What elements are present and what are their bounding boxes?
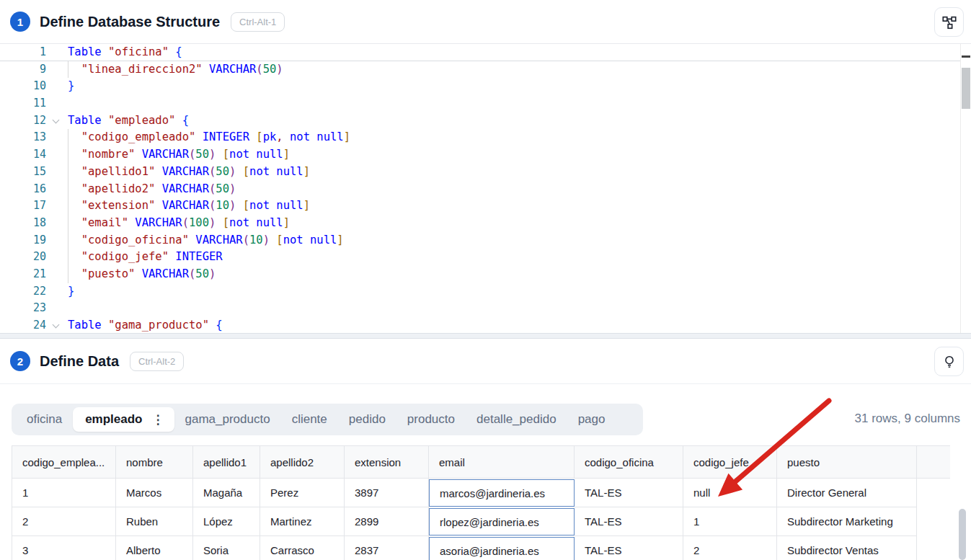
table-cell[interactable]: Carrasco	[260, 536, 345, 560]
hint-lightbulb-button[interactable]	[934, 347, 964, 376]
table-cell[interactable]: Director General	[777, 479, 917, 507]
kebab-menu-icon[interactable]: ⋮	[151, 414, 166, 426]
tab-label: empleado	[85, 412, 142, 427]
table-header-row: codigo_emplea...nombreapellido1apellido2…	[12, 445, 950, 479]
fold-gutter	[46, 129, 65, 146]
table-cell[interactable]: Martinez	[260, 507, 345, 536]
code-text: }	[65, 283, 74, 301]
tab-label: pedido	[349, 412, 386, 427]
header-spacer	[917, 445, 950, 479]
editor-line[interactable]: 16 "apellido2" VARCHAR(50)	[0, 181, 971, 198]
fold-gutter	[46, 283, 65, 301]
tab-label: gama_producto	[185, 412, 270, 427]
column-header[interactable]: extension	[345, 445, 429, 479]
table-cell[interactable]: 2	[683, 536, 777, 560]
page-title: Define Database Structure	[40, 14, 220, 30]
table-cell[interactable]: Perez	[260, 479, 345, 507]
fold-chevron-icon[interactable]	[46, 112, 65, 130]
overview-ruler-mark	[962, 55, 970, 58]
table-cell[interactable]: 1	[12, 479, 116, 507]
table-cell[interactable]: 1	[683, 507, 777, 536]
line-number: 20	[0, 249, 46, 266]
tab-gama_producto[interactable]: gama_producto	[174, 407, 281, 432]
table-cell-email-highlighted[interactable]: marcos@jardineria.es	[429, 479, 575, 507]
code-editor[interactable]: 1Table "oficina" {9 "linea_direccion2" V…	[0, 44, 971, 333]
tab-oficina[interactable]: oficina	[16, 407, 73, 432]
tab-pago[interactable]: pago	[567, 407, 616, 432]
table-cell[interactable]: Soria	[193, 536, 260, 560]
editor-line[interactable]: 13 "codigo_empleado" INTEGER [pk, not nu…	[0, 129, 971, 146]
fold-chevron-icon[interactable]	[46, 317, 65, 333]
fold-gutter	[46, 215, 65, 232]
editor-line[interactable]: 18 "email" VARCHAR(100) [not null]	[0, 215, 971, 232]
code-text: Table "oficina" {	[65, 44, 182, 61]
editor-line[interactable]: 15 "apellido1" VARCHAR(50) [not null]	[0, 164, 971, 181]
tab-empleado[interactable]: empleado⋮	[73, 407, 174, 432]
tab-label: cliente	[292, 412, 327, 427]
editor-line[interactable]: 9 "linea_direccion2" VARCHAR(50)	[0, 61, 971, 79]
table-cell[interactable]: Ruben	[116, 507, 193, 536]
table-scrollbar-thumb[interactable]	[959, 509, 966, 560]
column-header[interactable]: nombre	[116, 445, 193, 479]
tab-pedido[interactable]: pedido	[338, 407, 396, 432]
editor-line[interactable]: 22}	[0, 283, 971, 301]
line-number: 11	[0, 95, 46, 112]
table-cell[interactable]: TAL-ES	[575, 479, 683, 507]
table-cell[interactable]: López	[193, 507, 260, 536]
column-header[interactable]: codigo_jefe	[683, 445, 777, 479]
editor-line[interactable]: 19 "codigo_oficina" VARCHAR(10) [not nul…	[0, 232, 971, 249]
editor-sticky-line[interactable]: 1Table "oficina" {	[0, 44, 971, 61]
panel-splitter[interactable]	[0, 333, 971, 339]
row-column-count: 31 rows, 9 columns	[855, 412, 960, 426]
table-cell[interactable]: 2837	[345, 536, 429, 560]
code-text: "codigo_jefe" INTEGER	[65, 249, 223, 266]
editor-scrollbar-thumb[interactable]	[962, 68, 970, 109]
editor-line[interactable]: 11	[0, 95, 971, 112]
editor-scrollbar[interactable]	[960, 44, 971, 333]
line-number: 13	[0, 129, 46, 146]
editor-line[interactable]: 24Table "gama_producto" {	[0, 317, 971, 333]
column-header[interactable]: puesto	[777, 445, 917, 479]
table-cell[interactable]: Marcos	[116, 479, 193, 507]
editor-line[interactable]: 12Table "empleado" {	[0, 112, 971, 130]
table-cell-email-highlighted[interactable]: rlopez@jardineria.es	[429, 508, 575, 535]
column-header[interactable]: apellido1	[193, 445, 260, 479]
column-header[interactable]: codigo_oficina	[575, 445, 683, 479]
code-text: "extension" VARCHAR(10) [not null]	[65, 197, 310, 215]
fold-gutter	[46, 164, 65, 181]
editor-line[interactable]: 14 "nombre" VARCHAR(50) [not null]	[0, 146, 971, 164]
tab-detalle_pedido[interactable]: detalle_pedido	[466, 407, 567, 432]
table-cell[interactable]: Subdirector Marketing	[777, 507, 917, 536]
tab-producto[interactable]: producto	[396, 407, 466, 432]
code-text: "nombre" VARCHAR(50) [not null]	[65, 146, 290, 164]
table-cell[interactable]: 2	[12, 507, 116, 536]
fold-gutter	[46, 249, 65, 266]
tab-cliente[interactable]: cliente	[281, 407, 338, 432]
table-tabs: oficinaempleado⋮gama_productoclientepedi…	[12, 404, 643, 435]
step-number-badge: 1	[10, 12, 30, 32]
table-cell[interactable]: 3897	[345, 479, 429, 507]
data-grid: codigo_emplea...nombreapellido1apellido2…	[12, 445, 950, 560]
line-number: 15	[0, 164, 46, 181]
editor-line[interactable]: 21 "puesto" VARCHAR(50)	[0, 266, 971, 283]
editor-line[interactable]: 17 "extension" VARCHAR(10) [not null]	[0, 197, 971, 215]
table-cell[interactable]: Subdirector Ventas	[777, 536, 917, 560]
schema-diagram-button[interactable]	[934, 7, 964, 37]
table-cell[interactable]: null	[683, 479, 777, 507]
table-cell[interactable]: 2899	[345, 507, 429, 536]
editor-line[interactable]: 20 "codigo_jefe" INTEGER	[0, 249, 971, 266]
column-header[interactable]: codigo_emplea...	[12, 445, 116, 479]
table-cell[interactable]: TAL-ES	[575, 536, 683, 560]
table-cell[interactable]: Magaña	[193, 479, 260, 507]
column-header[interactable]: apellido2	[260, 445, 345, 479]
editor-line[interactable]: 23	[0, 300, 971, 317]
editor-line[interactable]: 10}	[0, 78, 971, 95]
table-cell[interactable]: TAL-ES	[575, 507, 683, 536]
row-spacer	[917, 507, 950, 536]
line-number: 19	[0, 232, 46, 249]
table-cell-email-highlighted[interactable]: asoria@jardineria.es	[429, 537, 575, 560]
table-cell[interactable]: Alberto	[116, 536, 193, 560]
line-number: 17	[0, 197, 46, 215]
column-header[interactable]: email	[429, 445, 575, 479]
table-cell[interactable]: 3	[12, 536, 116, 560]
